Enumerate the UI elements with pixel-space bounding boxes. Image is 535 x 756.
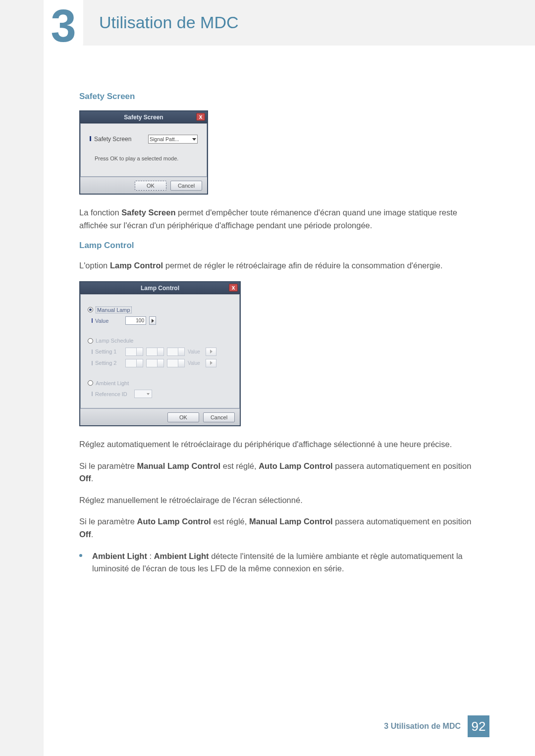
setting1-value-slider[interactable] [206, 348, 216, 356]
safety-dlg-header: Safety Screen x [80, 111, 207, 123]
manual-lamp-group: Manual Lamp Value 100 [88, 302, 232, 325]
ambient-light-legend[interactable]: Ambient Light [88, 380, 129, 386]
footer-text: 3 Utilisation de MDC [384, 722, 461, 731]
arrow-right-icon [210, 350, 213, 353]
ambient-light-bullet: Ambient Light : Ambient Light détecte l'… [79, 550, 481, 575]
lamp-dialog: Lamp Control x Manual Lamp Value 100 Lam… [79, 281, 241, 427]
chapter-tab: 3 [44, 0, 83, 52]
safety-dlg-title: Safety Screen [124, 114, 163, 121]
radio-on-icon[interactable] [88, 307, 93, 312]
ok-button[interactable]: OK [167, 412, 199, 422]
page-number: 92 [468, 715, 489, 737]
radio-off-icon[interactable] [88, 338, 93, 344]
lamp-heading: Lamp Control [79, 241, 481, 251]
setting2-spinner-h[interactable] [125, 359, 143, 367]
safety-description: La fonction Safety Screen permet d'empêc… [79, 206, 481, 232]
value-slider-button[interactable] [149, 316, 156, 325]
reference-id-row: Reference ID [88, 387, 232, 398]
safety-dlg-footer: OK Cancel [80, 177, 207, 194]
value-input[interactable]: 100 [125, 316, 146, 325]
lamp-intro: L'option Lamp Control permet de régler l… [79, 259, 481, 272]
cancel-button[interactable]: Cancel [203, 412, 235, 422]
setting1-spinner-ampm[interactable] [167, 348, 185, 356]
sidebar-strip [0, 0, 44, 756]
setting2-label: Setting 2 [92, 360, 122, 366]
value-label: Value [92, 318, 122, 324]
safety-row-label: Safety Screen [90, 136, 131, 143]
safety-row: Safety Screen Signal Patt... [90, 135, 198, 144]
lamp-schedule-legend[interactable]: Lamp Schedule [88, 338, 133, 344]
lamp-schedule-group: Lamp Schedule Setting 1 Value Setting 2 … [88, 333, 232, 367]
lamp-p1: Réglez automatiquement le rétroéclairage… [79, 438, 481, 451]
setting1-spinner-m[interactable] [146, 348, 164, 356]
page-footer: 3 Utilisation de MDC 92 [44, 715, 489, 737]
chevron-down-icon [192, 138, 196, 141]
lamp-p2: Si le paramètre Manual Lamp Control est … [79, 460, 481, 485]
bullet-icon [79, 554, 82, 557]
arrow-right-icon [210, 361, 213, 365]
radio-off-icon[interactable] [88, 380, 93, 386]
reference-id-label: Reference ID [92, 391, 131, 397]
safety-dialog: Safety Screen x Safety Screen Signal Pat… [79, 110, 208, 195]
chapter-number: 3 [51, 5, 76, 47]
setting2-spinner-ampm[interactable] [167, 359, 185, 367]
chapter-title: Utilisation de MDC [99, 13, 239, 32]
ok-button[interactable]: OK [135, 181, 166, 191]
setting2-value-slider[interactable] [206, 359, 216, 367]
lamp-dlg-title: Lamp Control [141, 285, 179, 292]
chevron-down-icon [147, 393, 150, 395]
setting1-label: Setting 1 [92, 349, 122, 354]
safety-mode-select[interactable]: Signal Patt... [148, 135, 198, 144]
safety-heading: Safety Screen [79, 92, 481, 101]
setting2-row: Setting 2 Value [88, 356, 232, 367]
ambient-light-group: Ambient Light Reference ID [88, 375, 232, 399]
safety-dlg-message: Press OK to play a selected mode. [95, 155, 198, 161]
lamp-p4: Si le paramètre Auto Lamp Control est ré… [79, 515, 481, 541]
safety-select-value: Signal Patt... [150, 136, 179, 142]
close-icon[interactable]: x [229, 284, 238, 292]
content-area: Safety Screen Safety Screen x Safety Scr… [79, 92, 481, 575]
cancel-button[interactable]: Cancel [170, 181, 202, 191]
setting1-value-label: Value [188, 349, 203, 354]
setting2-value-label: Value [188, 360, 203, 366]
reference-id-select[interactable] [134, 390, 152, 398]
lamp-dlg-footer: OK Cancel [80, 408, 240, 425]
lamp-dlg-body: Manual Lamp Value 100 Lamp Schedule Sett… [80, 294, 240, 409]
lamp-dlg-header: Lamp Control x [80, 282, 240, 294]
close-icon[interactable]: x [196, 113, 205, 121]
value-row: Value 100 [88, 313, 232, 325]
ambient-light-text: Ambient Light : Ambient Light détecte l'… [92, 550, 481, 575]
setting2-spinner-m[interactable] [146, 359, 164, 367]
safety-dlg-body: Safety Screen Signal Patt... Press OK to… [80, 123, 207, 177]
arrow-right-icon [152, 319, 154, 323]
lamp-p3: Réglez manuellement le rétroéclairage de… [79, 494, 481, 507]
setting1-spinner-h[interactable] [125, 348, 143, 356]
setting1-row: Setting 1 Value [88, 345, 232, 356]
manual-lamp-legend[interactable]: Manual Lamp [88, 306, 132, 313]
